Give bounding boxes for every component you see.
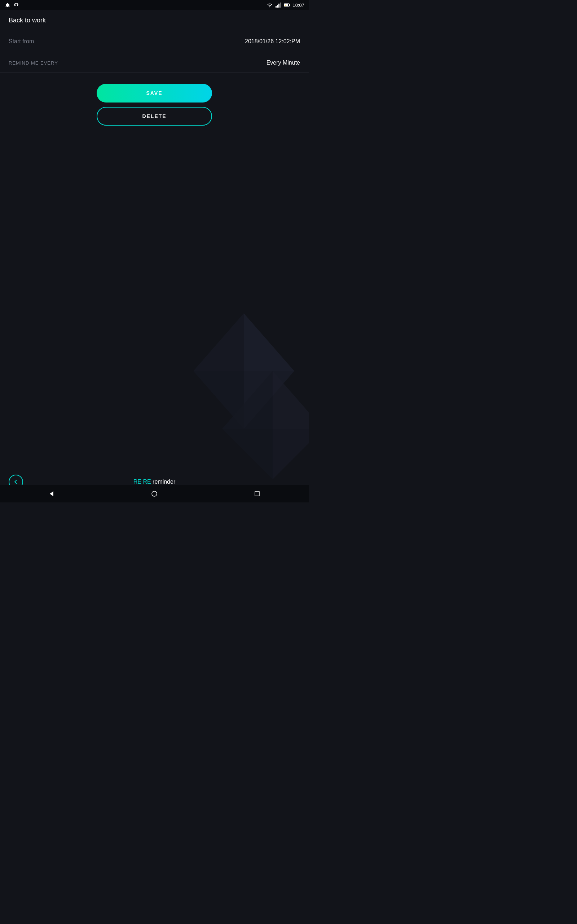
remind-me-every-row[interactable]: REMIND ME EVERY Every Minute <box>0 53 309 73</box>
svg-rect-8 <box>280 3 281 8</box>
status-bar-right: ⚡ 10:07 <box>266 2 305 8</box>
svg-text:⚡: ⚡ <box>285 4 287 6</box>
svg-marker-19 <box>222 371 272 429</box>
svg-marker-20 <box>222 429 272 479</box>
delete-button[interactable]: DELETE <box>97 107 212 126</box>
notification-icon <box>4 2 11 8</box>
brand-suffix: reminder <box>151 478 176 485</box>
svg-marker-16 <box>193 371 244 429</box>
status-bar: ⚡ 10:07 <box>0 0 309 10</box>
remind-me-value: Every Minute <box>266 60 300 66</box>
start-from-label: Start from <box>9 38 34 45</box>
nav-bar <box>0 485 309 502</box>
start-from-row[interactable]: Start from 2018/01/26 12:02:PM <box>0 30 309 53</box>
battery-icon: ⚡ <box>284 2 290 8</box>
start-from-value: 2018/01/26 12:02:PM <box>245 38 300 45</box>
remind-me-label: REMIND ME EVERY <box>9 60 58 66</box>
svg-marker-14 <box>244 371 294 429</box>
svg-marker-13 <box>244 313 294 371</box>
svg-rect-11 <box>290 4 290 6</box>
svg-rect-23 <box>255 492 259 496</box>
svg-rect-6 <box>277 5 278 8</box>
wifi-icon <box>266 2 273 8</box>
svg-marker-15 <box>193 313 244 371</box>
bottom-brand-bar: RE RE reminder <box>0 478 309 485</box>
headset-icon <box>13 2 19 8</box>
brand-re: RE RE <box>134 478 151 485</box>
svg-rect-1 <box>7 6 8 7</box>
brand-text: RE RE reminder <box>134 478 175 485</box>
save-button[interactable]: SAVE <box>97 84 212 102</box>
status-time: 10:07 <box>292 3 305 8</box>
svg-point-22 <box>152 491 157 496</box>
svg-marker-21 <box>50 491 53 496</box>
nav-home-button[interactable] <box>150 489 159 498</box>
svg-point-4 <box>269 6 270 7</box>
nav-recent-button[interactable] <box>253 489 261 498</box>
buttons-container: SAVE DELETE <box>0 84 309 126</box>
svg-marker-18 <box>272 429 309 479</box>
main-content: Back to work Start from 2018/01/26 12:02… <box>0 10 309 126</box>
svg-rect-7 <box>279 3 279 8</box>
nav-back-button[interactable] <box>47 489 56 498</box>
svg-marker-17 <box>272 371 309 429</box>
status-bar-left <box>4 2 19 8</box>
back-to-work-row[interactable]: Back to work <box>0 10 309 30</box>
back-to-work-label: Back to work <box>9 16 46 24</box>
svg-rect-0 <box>7 3 8 3</box>
svg-rect-5 <box>276 6 277 8</box>
signal-icon <box>275 2 282 8</box>
background-decoration <box>172 306 309 481</box>
